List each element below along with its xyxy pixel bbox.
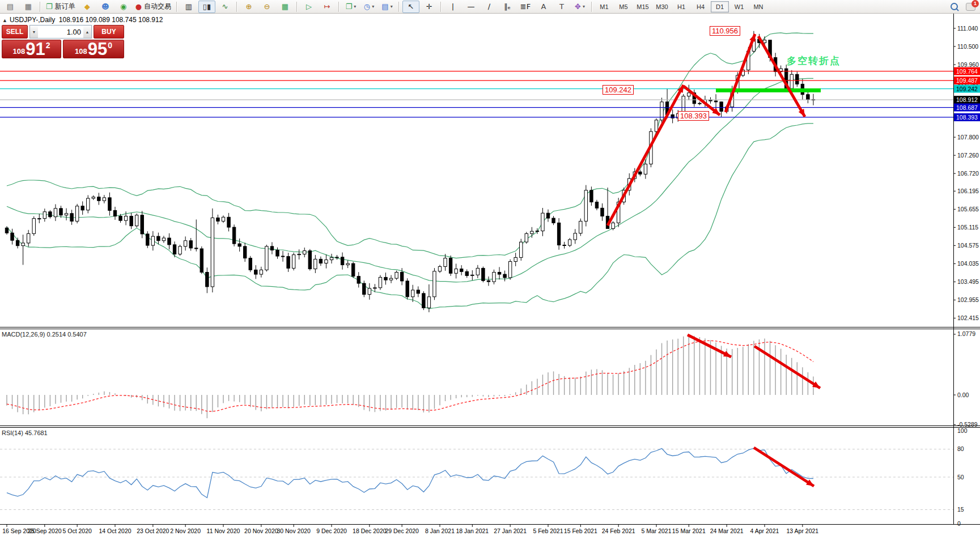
- fibonacci-icon[interactable]: ≣F: [517, 1, 534, 13]
- candle: [368, 288, 371, 295]
- new-order-button[interactable]: ❐新订单: [44, 1, 78, 13]
- svg-text:20 Nov 2020: 20 Nov 2020: [244, 528, 278, 534]
- candle: [75, 206, 78, 222]
- notifications-icon[interactable]: 1: [966, 3, 975, 11]
- chart-window[interactable]: ▲USDJPY-,Daily 108.916 109.089 108.745 1…: [0, 14, 980, 536]
- macd-pane: [7, 335, 813, 418]
- zoom-in-icon[interactable]: ⊕: [240, 1, 257, 13]
- equidistant-channel-icon[interactable]: ∥ₑ: [499, 1, 516, 13]
- macd-signal-line: [7, 341, 813, 411]
- svg-text:14 Oct 2020: 14 Oct 2020: [99, 528, 131, 534]
- svg-text:27 Jan 2021: 27 Jan 2021: [494, 528, 527, 534]
- bar-chart-icon[interactable]: ▥: [180, 1, 197, 13]
- candle: [612, 223, 614, 228]
- zoom-out-icon[interactable]: ⊖: [258, 1, 275, 13]
- data-window-icon[interactable]: ▦: [20, 1, 37, 13]
- candle: [417, 290, 419, 293]
- candle: [227, 217, 230, 227]
- horizontal-line-icon[interactable]: —: [463, 1, 480, 13]
- timeframe-h4[interactable]: H4: [691, 1, 710, 12]
- candle: [341, 257, 343, 265]
- svg-text:80: 80: [957, 445, 964, 452]
- svg-text:104.035: 104.035: [957, 260, 979, 267]
- svg-text:106.195: 106.195: [957, 188, 979, 194]
- timeframe-m15[interactable]: M15: [634, 1, 652, 12]
- window-list-icon[interactable]: ▤: [2, 1, 19, 13]
- new-chart-icon[interactable]: ❐▾: [342, 1, 359, 13]
- candlestick-chart-icon[interactable]: ▯▮: [198, 1, 215, 13]
- text-label-icon[interactable]: T: [553, 1, 570, 13]
- toolbar-separator: [40, 2, 41, 12]
- price-chart-canvas[interactable]: 111.040110.500109.960109.420108.880108.3…: [0, 14, 980, 536]
- sell-price-display[interactable]: 108 91 2: [2, 40, 61, 58]
- signals-icon[interactable]: ◉: [115, 1, 132, 13]
- volume-down-button[interactable]: ▼: [30, 25, 38, 38]
- timeframe-m1[interactable]: M1: [595, 1, 613, 12]
- candle: [319, 259, 322, 263]
- one-click-trading-panel: SELL ▼ ▲ BUY 108 91 2 108 95 0: [2, 25, 124, 58]
- timeframe-m5[interactable]: M5: [614, 1, 633, 12]
- sell-button[interactable]: SELL: [2, 25, 28, 39]
- svg-text:15: 15: [957, 506, 964, 513]
- candle: [569, 240, 571, 245]
- toolbar-separator: [591, 2, 592, 12]
- cursor-icon[interactable]: ↖: [402, 1, 419, 13]
- periods-icon[interactable]: ◷▾: [360, 1, 377, 13]
- candle: [298, 254, 300, 254]
- arrows-tool-icon[interactable]: ✥▾: [571, 1, 588, 13]
- timeframe-mn[interactable]: MN: [749, 1, 767, 12]
- candle: [27, 233, 30, 243]
- volume-stepper: ▼ ▲: [29, 25, 92, 39]
- timeframe-w1[interactable]: W1: [730, 1, 748, 12]
- candle: [644, 164, 647, 175]
- candle: [395, 273, 398, 279]
- autotrading-button[interactable]: ●自动交易: [133, 1, 173, 13]
- vertical-line-icon[interactable]: |: [444, 1, 461, 13]
- candle: [65, 214, 67, 215]
- crosshair-icon[interactable]: ✛: [421, 1, 438, 13]
- volume-input[interactable]: [38, 25, 83, 38]
- candle: [92, 197, 95, 198]
- buy-button[interactable]: BUY: [94, 25, 124, 39]
- candle: [244, 246, 247, 258]
- auto-scroll-icon[interactable]: ▷: [300, 1, 317, 13]
- candle: [460, 269, 463, 272]
- trendline-icon[interactable]: ∕: [481, 1, 498, 13]
- turn-point-annotation: 多空转折点: [787, 54, 841, 67]
- candle: [162, 238, 165, 241]
- candle: [487, 280, 490, 282]
- candle: [476, 268, 479, 275]
- candle: [514, 257, 517, 261]
- price-annotation: 108.393: [678, 111, 709, 121]
- candle: [287, 257, 290, 269]
- text-icon[interactable]: A: [535, 1, 552, 13]
- svg-text:0.00: 0.00: [957, 392, 969, 398]
- market-icon[interactable]: ◆: [79, 1, 96, 13]
- line-chart-icon[interactable]: ∿: [217, 1, 234, 13]
- buy-price-display[interactable]: 108 95 0: [63, 40, 124, 58]
- candle: [151, 236, 154, 245]
- timeframe-h1[interactable]: H1: [672, 1, 690, 12]
- terminal-icon[interactable]: ☻: [97, 1, 114, 13]
- timeframe-m30[interactable]: M30: [653, 1, 671, 12]
- templates-icon[interactable]: ▤▾: [379, 1, 396, 13]
- candle: [444, 258, 447, 267]
- candle: [308, 251, 311, 269]
- svg-text:15 Feb 2021: 15 Feb 2021: [564, 528, 597, 534]
- search-icon[interactable]: [951, 3, 958, 10]
- candle: [113, 210, 116, 216]
- svg-text:9 Dec 2020: 9 Dec 2020: [316, 528, 347, 534]
- candle: [357, 276, 360, 283]
- macd-indicator-label: MACD(12,26,9) 0.2514 0.5407: [2, 331, 87, 338]
- candle: [81, 206, 84, 210]
- price-annotation: 110.956: [710, 26, 740, 36]
- timeframe-d1[interactable]: D1: [711, 1, 729, 12]
- svg-text:18 Jan 2021: 18 Jan 2021: [456, 528, 489, 534]
- tile-windows-icon[interactable]: ▦: [277, 1, 294, 13]
- support-zone-highlight: [716, 88, 821, 92]
- candle: [200, 249, 203, 273]
- candle: [70, 214, 73, 222]
- chart-shift-icon[interactable]: ↦: [319, 1, 336, 13]
- svg-text:109.487: 109.487: [956, 77, 978, 84]
- volume-up-button[interactable]: ▲: [83, 25, 91, 38]
